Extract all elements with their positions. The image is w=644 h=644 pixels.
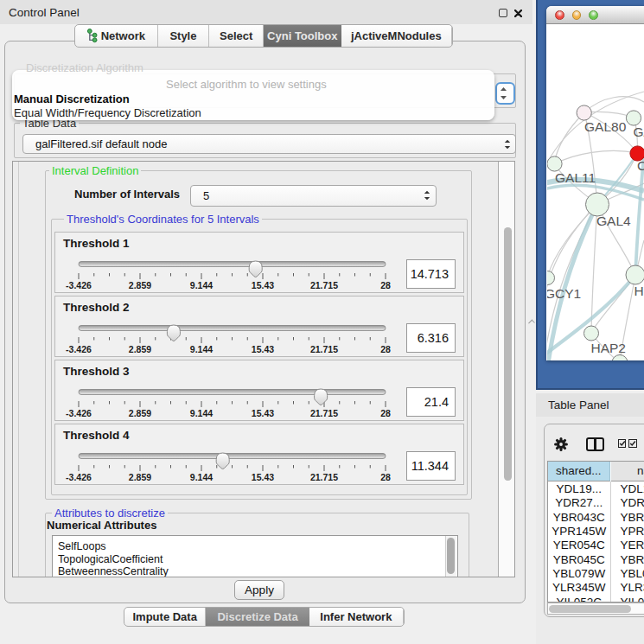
svg-text:-3.426: -3.426 [66, 344, 92, 354]
svg-text:GAL11: GAL11 [555, 170, 596, 185]
svg-text:15.43: 15.43 [252, 280, 274, 290]
svg-text:21.715: 21.715 [310, 472, 338, 482]
svg-text:28: 28 [380, 408, 391, 418]
svg-text:15.43: 15.43 [252, 472, 274, 482]
svg-text:H: H [634, 284, 644, 298]
svg-text:21.715: 21.715 [310, 344, 338, 354]
svg-text:9.144: 9.144 [190, 472, 213, 482]
svg-text:HAP2: HAP2 [591, 341, 627, 355]
svg-text:9.144: 9.144 [190, 344, 213, 354]
svg-text:2.859: 2.859 [129, 472, 151, 482]
svg-text:C: C [637, 158, 644, 173]
svg-text:9.144: 9.144 [190, 408, 213, 418]
svg-text:21.715: 21.715 [310, 408, 338, 418]
svg-text:-3.426: -3.426 [66, 280, 92, 290]
svg-text:9.144: 9.144 [190, 280, 213, 290]
svg-text:21.715: 21.715 [310, 280, 338, 290]
svg-text:28: 28 [380, 280, 391, 290]
svg-text:15.43: 15.43 [252, 344, 274, 354]
svg-text:15.43: 15.43 [252, 408, 274, 418]
svg-text:-3.426: -3.426 [66, 408, 92, 418]
svg-text:GAL80: GAL80 [584, 119, 627, 134]
svg-text:2.859: 2.859 [129, 280, 151, 290]
svg-text:GCY1: GCY1 [547, 286, 581, 301]
svg-text:-3.426: -3.426 [66, 472, 92, 482]
svg-text:28: 28 [380, 344, 391, 354]
svg-text:GAL4: GAL4 [596, 214, 631, 228]
svg-text:2.859: 2.859 [129, 344, 151, 354]
svg-text:GA: GA [634, 124, 644, 139]
svg-text:28: 28 [380, 472, 391, 482]
svg-text:2.859: 2.859 [129, 408, 151, 418]
